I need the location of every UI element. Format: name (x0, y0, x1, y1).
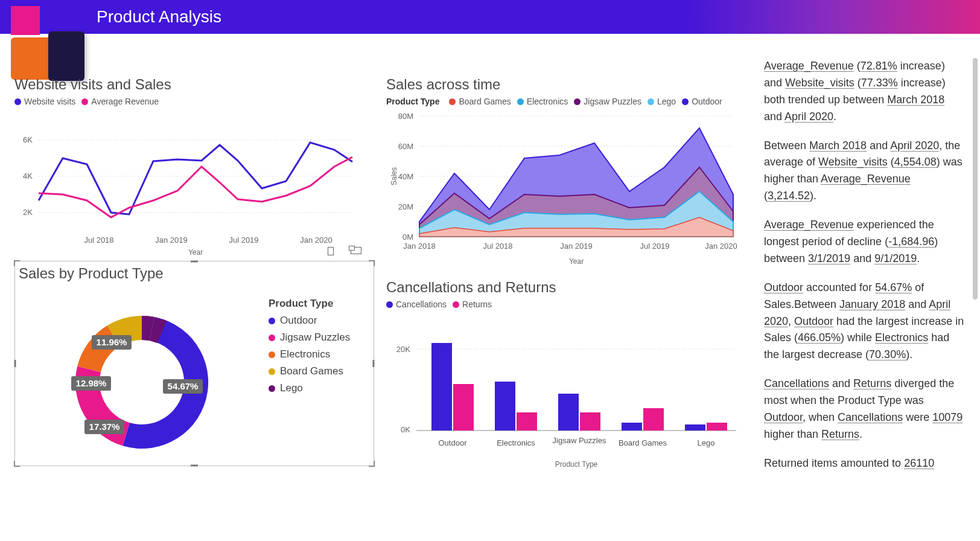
narrative-p4: Outdoor accounted for 54.67% of Sales.Be… (764, 280, 966, 363)
donut-svg: 54.67% 17.37% 12.98% 11.96% (15, 286, 256, 467)
dot-icon (269, 335, 275, 341)
logo-block-orange (11, 37, 53, 80)
svg-text:Jan 2018: Jan 2018 (403, 242, 436, 251)
smart-narrative: Average_Revenue (72.81% increase) and We… (754, 34, 980, 541)
legend-website-visits[interactable]: Website visits (14, 97, 75, 106)
resize-handle[interactable] (189, 260, 199, 270)
chart4-svg: 20K 0K (386, 313, 748, 482)
svg-text:17.37%: 17.37% (89, 421, 120, 432)
chart4-title: Cancellations and Returns (386, 279, 748, 296)
chart-sales-across-time[interactable]: Sales across time Product Type Board Gam… (386, 76, 748, 273)
dot-icon (517, 98, 524, 105)
resize-handle[interactable] (14, 260, 24, 270)
resize-handle[interactable] (14, 359, 24, 368)
narrative-p1: Average_Revenue (72.81% increase) and We… (764, 58, 966, 126)
chart1-svg: 6K 4K 2K Jul 2018 Jan 2019 Jul 2019 Jan … (14, 110, 364, 255)
chart2-svg: 80M 60M 40M 20M 0M Sales Jan 2 (386, 110, 748, 273)
dot-icon (269, 351, 275, 358)
brand-logo (11, 7, 77, 74)
svg-rect-52 (558, 394, 579, 431)
legend-average-revenue[interactable]: Average Revenue (81, 97, 159, 106)
svg-text:Outdoor: Outdoor (439, 438, 468, 447)
legend-board-games[interactable]: Board Games (269, 365, 350, 377)
legend-board-games[interactable]: Board Games (449, 97, 511, 106)
svg-text:Jul 2018: Jul 2018 (483, 242, 512, 251)
focus-mode-icon[interactable] (351, 247, 361, 254)
svg-text:Electronics: Electronics (497, 438, 535, 447)
dot-icon (81, 98, 88, 105)
page-title: Product Analysis (97, 7, 221, 27)
svg-rect-55 (643, 408, 664, 431)
narrative-p5: Cancellations and Returns diverged the m… (764, 376, 966, 443)
chart-website-visits-sales[interactable]: Website visits and Sales Website visits … (14, 76, 374, 255)
legend-cancellations[interactable]: Cancellations (386, 299, 447, 309)
svg-text:Jul 2018: Jul 2018 (84, 235, 113, 245)
chart-cancellations-returns[interactable]: Cancellations and Returns Cancellations … (386, 279, 748, 482)
dot-icon (449, 98, 456, 105)
svg-text:Lego: Lego (698, 438, 715, 447)
svg-text:Jan 2019: Jan 2019 (155, 235, 188, 245)
resize-handle[interactable] (365, 457, 375, 467)
svg-text:60M: 60M (398, 142, 413, 151)
dot-icon (574, 98, 581, 105)
dot-icon (386, 301, 393, 308)
svg-text:20K: 20K (396, 345, 410, 354)
narrative-p2: Between March 2018 and April 2020, the a… (764, 138, 966, 205)
narrative-p6: Returned items amounted to 26110 (764, 455, 966, 472)
resize-handle[interactable] (189, 457, 199, 467)
dot-icon (269, 385, 275, 392)
svg-rect-50 (495, 382, 515, 431)
chart-sales-by-product-type[interactable]: Sales by Product Type 54.67 (14, 261, 374, 466)
svg-text:2K: 2K (23, 208, 33, 217)
svg-rect-56 (685, 424, 705, 431)
svg-rect-48 (431, 343, 452, 431)
chart3-legend: Product Type Outdoor Jigsaw Puzzles Elec… (269, 298, 350, 399)
chart2-legend: Product Type Board Games Electronics Jig… (386, 97, 748, 106)
svg-text:Year: Year (569, 257, 584, 266)
legend-lego[interactable]: Lego (269, 382, 350, 394)
svg-text:Year: Year (188, 248, 203, 255)
dot-icon (648, 98, 654, 105)
legend-electronics[interactable]: Electronics (269, 348, 350, 360)
svg-rect-57 (707, 423, 727, 431)
dot-icon (14, 98, 21, 105)
svg-text:Jigsaw Puzzles: Jigsaw Puzzles (553, 436, 606, 445)
dot-icon (682, 98, 689, 105)
svg-text:4K: 4K (23, 171, 33, 181)
legend-jigsaw[interactable]: Jigsaw Puzzles (574, 97, 641, 106)
dot-icon (453, 301, 459, 308)
svg-text:Jan 2020: Jan 2020 (300, 235, 332, 245)
resize-handle[interactable] (365, 359, 375, 368)
legend-electronics[interactable]: Electronics (517, 97, 568, 106)
svg-text:80M: 80M (398, 112, 413, 121)
resize-handle[interactable] (365, 260, 375, 270)
svg-text:Jan 2020: Jan 2020 (705, 242, 737, 251)
narrative-p3: Average_Revenue experienced the longest … (764, 217, 966, 267)
legend-heading: Product Type (269, 298, 350, 310)
logo-block-pink (11, 6, 40, 35)
svg-text:Jul 2019: Jul 2019 (229, 235, 258, 245)
chart1-title: Website visits and Sales (14, 76, 374, 93)
legend-returns[interactable]: Returns (453, 299, 492, 309)
logo-block-navy (48, 31, 84, 81)
svg-text:54.67%: 54.67% (168, 381, 199, 391)
dot-icon (269, 368, 275, 375)
svg-text:Product Type: Product Type (555, 460, 598, 469)
resize-handle[interactable] (14, 457, 24, 467)
chart1-legend: Website visits Average Revenue (14, 97, 374, 106)
filter-icon[interactable] (328, 247, 334, 255)
scrollbar[interactable] (973, 58, 978, 299)
legend-outdoor[interactable]: Outdoor (682, 97, 722, 106)
svg-rect-53 (580, 412, 600, 431)
svg-text:Jan 2019: Jan 2019 (560, 242, 593, 251)
svg-text:20M: 20M (398, 202, 413, 211)
svg-text:11.96%: 11.96% (97, 337, 127, 347)
svg-rect-54 (622, 423, 642, 431)
svg-text:6K: 6K (23, 135, 33, 144)
svg-text:Board Games: Board Games (619, 438, 667, 447)
chart2-title: Sales across time (386, 76, 748, 93)
legend-jigsaw[interactable]: Jigsaw Puzzles (269, 331, 350, 344)
visual-toolbar (328, 247, 361, 255)
legend-outdoor[interactable]: Outdoor (269, 315, 350, 327)
legend-lego[interactable]: Lego (648, 97, 676, 106)
